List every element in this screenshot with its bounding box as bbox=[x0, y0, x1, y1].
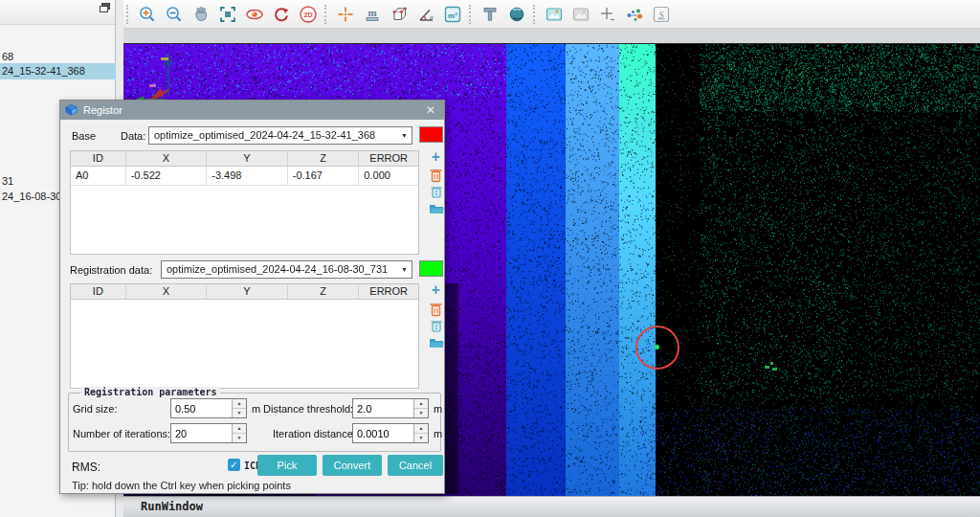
open-file-button[interactable] bbox=[428, 334, 444, 350]
fit-view-icon[interactable] bbox=[216, 3, 239, 26]
registration-color-swatch[interactable] bbox=[419, 260, 443, 277]
measure-area-icon[interactable]: m² bbox=[441, 3, 464, 26]
col-id: ID bbox=[71, 151, 126, 166]
spin-up-icon[interactable]: ▲ bbox=[233, 399, 246, 409]
iteration-distance-unit: m bbox=[434, 428, 442, 439]
float-panel-icon[interactable] bbox=[100, 3, 111, 13]
base-label: Base bbox=[72, 130, 96, 142]
orbit-view-icon[interactable] bbox=[243, 3, 266, 26]
distance-threshold-spinner[interactable]: ▲▼ bbox=[352, 398, 429, 418]
dialog-titlebar[interactable]: Registor ✕ bbox=[60, 101, 444, 120]
col-z: Z bbox=[288, 151, 360, 166]
base-data-label: Data: bbox=[121, 130, 145, 142]
base-data-dropdown[interactable]: optimize_optimised_2024-04-24_15-32-41_3… bbox=[148, 126, 412, 145]
close-icon[interactable]: ✕ bbox=[423, 102, 438, 118]
svg-text:2D: 2D bbox=[304, 11, 313, 18]
spin-up-icon[interactable]: ▲ bbox=[233, 424, 246, 434]
spin-down-icon[interactable]: ▼ bbox=[233, 434, 246, 443]
svg-text:m: m bbox=[368, 7, 376, 18]
open-file-button[interactable] bbox=[428, 200, 444, 216]
run-window-label: RunWindow bbox=[141, 500, 203, 513]
svg-text:S: S bbox=[659, 9, 664, 19]
pan-hand-icon[interactable] bbox=[189, 3, 212, 26]
spin-up-icon[interactable]: ▲ bbox=[414, 399, 428, 409]
measure-angle-icon[interactable]: α bbox=[414, 3, 437, 26]
rms-label: RMS: bbox=[72, 461, 100, 474]
col-y: Y bbox=[207, 284, 288, 299]
spin-down-icon[interactable]: ▼ bbox=[414, 434, 428, 443]
rotate-view-icon[interactable] bbox=[270, 3, 293, 26]
registration-data-label: Registration data: bbox=[70, 264, 152, 276]
table-row[interactable]: A0 -0.522 -3.498 -0.167 0.000 bbox=[71, 167, 418, 186]
toolbar-grip[interactable] bbox=[324, 5, 328, 24]
col-y: Y bbox=[207, 151, 288, 166]
iteration-distance-input[interactable] bbox=[353, 424, 413, 442]
tree-item-selected[interactable]: 24_15-32-41_368 bbox=[0, 63, 116, 79]
iterations-spinner[interactable]: ▲▼ bbox=[170, 423, 247, 443]
spin-down-icon[interactable]: ▼ bbox=[414, 409, 428, 418]
toolbar-grip[interactable] bbox=[126, 5, 130, 24]
col-id: ID bbox=[71, 284, 126, 299]
sphere-tool-icon[interactable] bbox=[505, 3, 528, 26]
measure-height-icon[interactable]: m bbox=[361, 3, 384, 26]
trash-icon bbox=[429, 302, 443, 317]
grid-size-label: Grid size: bbox=[73, 403, 117, 415]
trash-icon bbox=[429, 168, 443, 183]
pick-point-icon[interactable] bbox=[334, 3, 357, 26]
run-window-tab[interactable]: RunWindow bbox=[123, 496, 980, 517]
chevron-down-icon: ▼ bbox=[401, 127, 408, 144]
iterations-input[interactable] bbox=[171, 424, 232, 442]
toolbar-grip[interactable] bbox=[469, 5, 473, 24]
svg-text:m²: m² bbox=[448, 11, 457, 19]
measure-volume-icon[interactable] bbox=[388, 3, 411, 26]
registration-data-dropdown[interactable]: optimize_optimised_2024-04-24_16-08-30_7… bbox=[161, 260, 412, 279]
app-logo-icon bbox=[64, 103, 78, 117]
section-tool-icon[interactable] bbox=[479, 3, 501, 26]
toolbar-grip[interactable] bbox=[533, 5, 537, 24]
zoom-in-icon[interactable] bbox=[136, 3, 159, 26]
clear-all-button[interactable] bbox=[428, 318, 444, 334]
registor-dialog: Registor ✕ Base Data: optimize_optimised… bbox=[59, 100, 445, 494]
dialog-title: Registor bbox=[83, 104, 122, 116]
folder-icon bbox=[429, 202, 444, 215]
base-color-swatch[interactable] bbox=[419, 126, 443, 143]
add-point-button[interactable]: + bbox=[428, 148, 444, 165]
folder-icon bbox=[429, 336, 444, 349]
col-error: ERROR bbox=[359, 284, 418, 299]
axis-indicator-icon bbox=[132, 46, 189, 103]
merge-points-icon[interactable] bbox=[623, 3, 646, 26]
icp-checkbox[interactable]: ✓ bbox=[228, 459, 240, 471]
grid-size-unit: m bbox=[252, 403, 260, 415]
pick-button[interactable]: Pick bbox=[257, 455, 317, 476]
main-toolbar: 2D m α m² S bbox=[123, 0, 980, 29]
table-header-row: ID X Y Z ERROR bbox=[71, 151, 418, 167]
clear-all-button[interactable] bbox=[428, 184, 444, 200]
grid-size-input[interactable] bbox=[171, 399, 232, 417]
view-2d-icon[interactable]: 2D bbox=[297, 3, 320, 26]
add-point-button[interactable]: + bbox=[428, 281, 444, 298]
base-points-table: ID X Y Z ERROR A0 -0.522 -3.498 -0.167 0… bbox=[70, 150, 419, 255]
cancel-button[interactable]: Cancel bbox=[388, 455, 443, 476]
iteration-distance-spinner[interactable]: ▲▼ bbox=[352, 423, 429, 443]
spin-down-icon[interactable]: ▼ bbox=[233, 409, 246, 418]
target-point-marker bbox=[765, 362, 778, 371]
distance-threshold-input[interactable] bbox=[353, 399, 413, 417]
iterations-label: Number of iterations: bbox=[73, 428, 170, 439]
distance-threshold-unit: m bbox=[434, 403, 442, 415]
picked-point-marker bbox=[655, 345, 659, 349]
delete-point-button[interactable] bbox=[428, 301, 444, 317]
convert-button[interactable]: Convert bbox=[323, 455, 382, 476]
delete-point-button[interactable] bbox=[428, 167, 444, 183]
svg-text:α: α bbox=[430, 12, 434, 20]
pick-add-icon[interactable] bbox=[596, 3, 619, 26]
clear-list-icon bbox=[431, 320, 442, 332]
iteration-distance-label: Iteration distance: bbox=[273, 428, 356, 439]
distance-threshold-label: Distance threshold: bbox=[263, 403, 353, 415]
render-image-disabled-icon[interactable] bbox=[569, 3, 592, 26]
zoom-out-icon[interactable] bbox=[163, 3, 186, 26]
grid-size-spinner[interactable]: ▲▼ bbox=[170, 398, 247, 418]
smooth-tool-icon[interactable]: S bbox=[650, 3, 673, 26]
plus-icon: + bbox=[432, 282, 440, 298]
render-image-icon[interactable] bbox=[543, 3, 566, 26]
spin-up-icon[interactable]: ▲ bbox=[414, 424, 428, 434]
